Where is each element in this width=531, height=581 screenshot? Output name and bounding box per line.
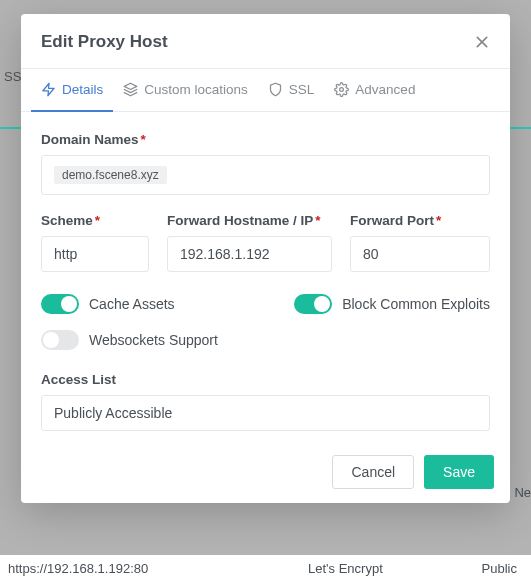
modal-footer: Cancel Save <box>21 441 510 503</box>
toggle-websockets[interactable] <box>41 330 79 350</box>
toggle-block-exploits-label: Block Common Exploits <box>342 296 490 312</box>
toggle-websockets-group: Websockets Support <box>41 330 218 350</box>
toggle-knob <box>61 296 77 312</box>
edit-proxy-host-modal: Edit Proxy Host Details Custom locations… <box>21 14 510 503</box>
required-star: * <box>436 213 441 228</box>
tab-ssl[interactable]: SSL <box>258 69 325 112</box>
required-star: * <box>315 213 320 228</box>
layers-icon <box>123 82 138 97</box>
tab-ssl-label: SSL <box>289 82 315 97</box>
tab-details-label: Details <box>62 82 103 97</box>
toggle-cache-assets-label: Cache Assets <box>89 296 175 312</box>
bg-row-host: https://192.168.1.192:80 <box>8 561 308 576</box>
required-star: * <box>141 132 146 147</box>
forward-port-label: Forward Port* <box>350 213 490 228</box>
svg-marker-2 <box>43 83 54 96</box>
svg-point-4 <box>340 88 344 92</box>
modal-header: Edit Proxy Host <box>21 14 510 68</box>
save-button[interactable]: Save <box>424 455 494 489</box>
domain-names-label-text: Domain Names <box>41 132 139 147</box>
forward-port-input[interactable] <box>350 236 490 272</box>
tab-custom-locations-label: Custom locations <box>144 82 248 97</box>
forward-host-input[interactable] <box>167 236 332 272</box>
toggle-cache-assets-group: Cache Assets <box>41 294 175 314</box>
required-star: * <box>95 213 100 228</box>
forward-host-label: Forward Hostname / IP* <box>167 213 332 228</box>
forward-port-label-text: Forward Port <box>350 213 434 228</box>
modal-tabs: Details Custom locations SSL Advanced <box>21 68 510 112</box>
toggle-websockets-label: Websockets Support <box>89 332 218 348</box>
tab-advanced[interactable]: Advanced <box>324 69 425 112</box>
toggle-knob <box>43 332 59 348</box>
cancel-button[interactable]: Cancel <box>332 455 414 489</box>
toggle-block-exploits-group: Block Common Exploits <box>294 294 490 314</box>
toggle-cache-assets[interactable] <box>41 294 79 314</box>
toggle-knob <box>314 296 330 312</box>
zap-icon <box>41 82 56 97</box>
modal-body: Domain Names* demo.fscene8.xyz Scheme* F… <box>21 112 510 441</box>
bg-table-row: https://192.168.1.192:80 Let's Encrypt P… <box>0 555 531 581</box>
tab-advanced-label: Advanced <box>355 82 415 97</box>
forward-host-label-text: Forward Hostname / IP <box>167 213 313 228</box>
svg-marker-3 <box>125 83 138 89</box>
toggle-block-exploits[interactable] <box>294 294 332 314</box>
scheme-label-text: Scheme <box>41 213 93 228</box>
scheme-select[interactable] <box>41 236 149 272</box>
modal-title: Edit Proxy Host <box>41 32 168 52</box>
tab-details[interactable]: Details <box>31 69 113 112</box>
close-icon[interactable] <box>474 34 490 50</box>
tab-custom-locations[interactable]: Custom locations <box>113 69 258 112</box>
domain-names-label: Domain Names* <box>41 132 490 147</box>
domain-names-input[interactable]: demo.fscene8.xyz <box>41 155 490 195</box>
bg-row-access: Public <box>463 561 523 576</box>
gear-icon <box>334 82 349 97</box>
bg-hint-right: Ne <box>514 485 531 500</box>
bg-row-cert: Let's Encrypt <box>308 561 463 576</box>
shield-icon <box>268 82 283 97</box>
scheme-label: Scheme* <box>41 213 149 228</box>
domain-tag[interactable]: demo.fscene8.xyz <box>54 166 167 184</box>
access-list-select[interactable]: Publicly Accessible <box>41 395 490 431</box>
access-list-label: Access List <box>41 372 490 387</box>
